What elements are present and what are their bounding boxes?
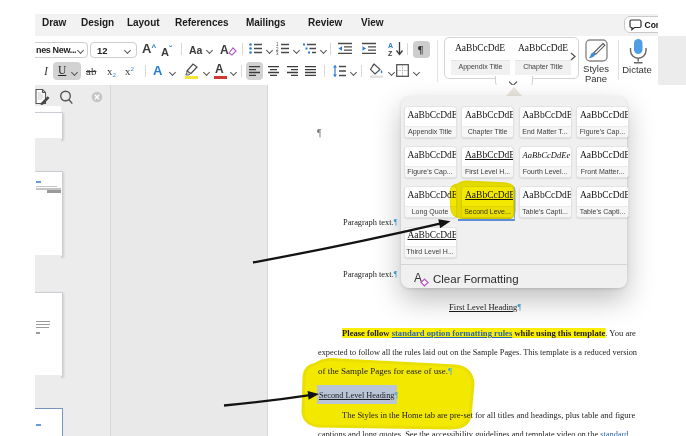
svg-text:A: A <box>388 42 393 49</box>
svg-text:3: 3 <box>276 51 279 55</box>
svg-text:Z: Z <box>388 50 393 57</box>
